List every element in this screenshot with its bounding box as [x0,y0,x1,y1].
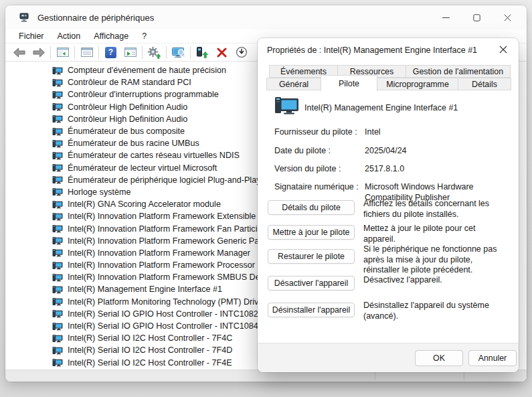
tree-item-label: Intel(R) Innovation Platform Framework G… [68,236,277,246]
tab-général[interactable]: Général [266,78,321,90]
dialog-title: Propriétés de : Intel(R) Management Engi… [267,46,477,55]
uninstall-device-button[interactable]: Désinstaller l'appareil [268,303,355,317]
tree-item-label: Intel(R) Serial IO I2C Host Controller -… [68,345,232,355]
system-device-icon [52,78,63,87]
toolbar-group [170,44,187,60]
tree-item-label: Intel(R) Innovation Platform Framework S… [68,272,275,282]
system-device-icon [52,139,63,148]
properties-icon[interactable] [78,44,95,60]
tree-item-label: Énumérateur de lecteur virtuel Microsoft [68,163,217,173]
window-controls [430,7,523,28]
menu-item-affichage[interactable]: Affichage [87,30,135,42]
action-pane-icon[interactable] [122,44,139,60]
menu-item-action[interactable]: Action [51,30,88,42]
disable-device-icon[interactable] [233,44,250,60]
toolbar-group [78,44,95,60]
tree-item-label: Intel(R) Innovation Platform Framework M… [68,248,250,258]
window-title: Gestionnaire de périphériques [37,13,154,23]
device-manager-icon [19,12,29,23]
properties-dialog: Propriétés de : Intel(R) Management Engi… [258,38,519,372]
system-device-icon [52,187,63,196]
system-device-icon [52,261,63,270]
system-device-icon [52,224,63,233]
system-device-icon [52,322,63,331]
device-icon [274,96,300,116]
tree-item-label: Intel(R) Innovation Platform Framework P… [68,260,274,270]
minimize-icon[interactable] [430,7,461,28]
titlebar: Gestionnaire de périphériques [5,5,527,29]
toolbar-group [194,44,250,60]
tab-pilote[interactable]: Pilote [321,75,377,91]
update-driver-button[interactable]: Mettre à jour le pilote [268,225,355,240]
tree-item-label: Intel(R) Serial IO GPIO Host Controller … [68,309,258,319]
tree-item-label: Intel(R) Management Engine Interface #1 [68,285,222,294]
field-value: Intel [365,127,515,138]
tree-item-label: Compteur d'événement de haute précision [68,66,226,75]
tab-détails[interactable]: Détails [458,78,511,90]
system-device-icon [52,175,63,184]
console-tree-icon[interactable] [54,44,71,60]
disable-device-button[interactable]: Désactiver l'appareil [268,276,355,291]
toolbar-separator [190,46,191,59]
tree-item-label: Contrôleur High Definition Audio [68,114,187,124]
tree-item-label: Énumérateur de périphérique logiciel Plu… [68,175,260,185]
system-device-icon [52,309,63,318]
tree-item-label: Intel(R) Serial IO I2C Host Controller -… [68,358,232,368]
divider [375,372,375,380]
tab-gestiondelalimentation[interactable]: Gestion de l'alimentation [406,65,511,78]
system-device-icon [52,90,63,99]
field-value: 2517.8.1.0 [365,164,515,175]
system-device-icon [52,114,63,123]
driver-details-button[interactable]: Détails du pilote [268,200,355,215]
system-device-icon [52,66,63,75]
tree-item-label: Contrôleur d'interruptions programmable [68,90,219,99]
toolbar-separator [166,46,167,59]
action-description: Désinstallez l'appareil du système (avan… [363,301,508,321]
field-label: Version du pilote : [274,164,341,173]
toolbar-group [146,44,163,60]
dialog-footer: OK Annuler [258,343,519,372]
system-device-icon [52,273,63,282]
toolbar-separator [142,46,143,59]
forward-icon[interactable] [30,44,47,60]
toolbar-group: ? [102,44,139,60]
system-device-icon [52,358,63,367]
back-icon[interactable] [11,44,27,60]
roll-back-driver-button[interactable]: Restaurer le pilote [268,249,355,264]
scan-hardware-icon[interactable] [170,44,187,60]
field-label: Date du pilote : [274,146,331,155]
tree-item-label: Horloge système [68,187,131,197]
system-device-icon [52,163,63,172]
tree-item-label: Intel(R) GNA Scoring Accelerator module [68,200,221,209]
menu-item-[interactable]: ? [135,30,153,42]
action-description: Si le périphérique ne fonctionne pas apr… [363,244,508,276]
tree-item-label: Énumérateur de cartes réseau virtuelles … [68,151,240,160]
uninstall-device-icon[interactable] [213,44,230,60]
toolbar-group [54,44,71,60]
tree-item-label: Intel(R) Serial IO I2C Host Controller -… [68,333,232,343]
close-icon[interactable] [492,7,523,28]
system-device-icon [52,102,63,111]
menu-item-fichier[interactable]: Fichier [12,30,51,42]
add-driver-icon[interactable] [194,44,211,60]
field-value: 2025/04/24 [365,146,515,157]
help-icon[interactable]: ? [102,44,119,60]
system-device-icon [52,127,63,136]
update-driver-icon[interactable] [146,44,163,60]
tree-item-label: Intel(R) Platform Monitoring Technology … [68,297,266,307]
action-description: Mettez à jour le pilote pour cet apparei… [363,224,508,244]
cancel-button[interactable]: Annuler [468,350,517,366]
tab-microprogramme[interactable]: Microprogramme [377,78,458,90]
maximize-icon[interactable] [461,7,492,28]
system-device-icon [52,334,63,343]
toolbar-separator [98,46,99,59]
system-device-icon [52,151,63,160]
ok-button[interactable]: OK [415,350,463,366]
toolbar-group [11,44,47,60]
system-device-icon [52,236,63,245]
close-icon[interactable] [492,41,515,58]
tree-item-label: Intel(R) Serial IO GPIO Host Controller … [68,321,258,331]
tree-item-label: Énumérateur de bus composite [68,127,185,136]
divider [464,372,464,380]
system-device-icon [52,297,63,306]
